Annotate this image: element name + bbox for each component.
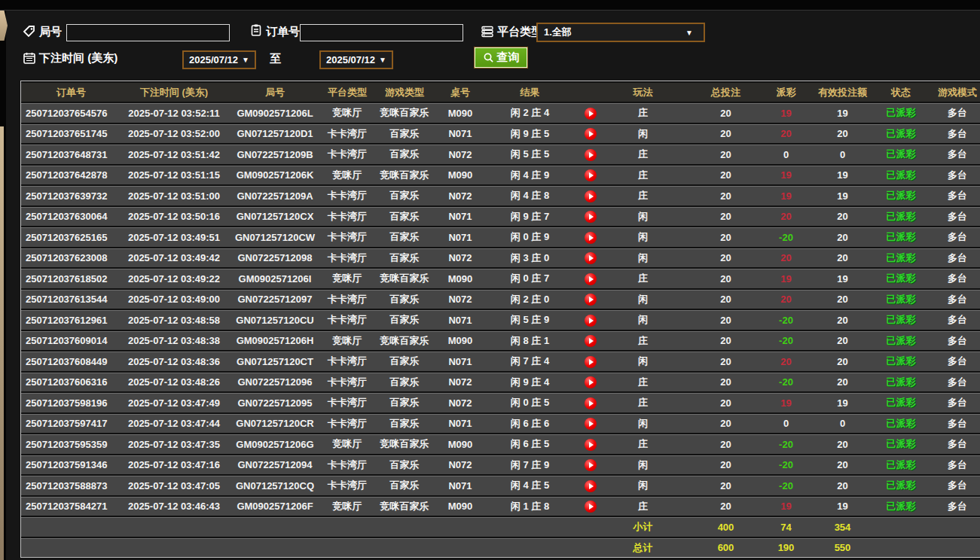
table-no-cell: M090 [438, 103, 483, 123]
table-no-cell: N072 [438, 373, 483, 392]
order-id-cell: 250712037612961 [21, 310, 121, 330]
payout-cell: -20 [769, 227, 803, 247]
table-no-cell: N072 [438, 393, 483, 412]
replay-play-icon[interactable] [585, 252, 597, 264]
payout-cell: 20 [769, 352, 803, 371]
bet-on-cell: 闲 [603, 248, 682, 268]
replay-play-icon[interactable] [585, 356, 597, 368]
subtotal-payout: 74 [769, 517, 803, 537]
valid-bet-cell: 20 [803, 207, 882, 227]
payout-cell: 20 [769, 248, 803, 268]
replay-play-icon[interactable] [585, 480, 597, 492]
replay-play-icon[interactable] [585, 211, 597, 223]
status-cell: 已派彩 [882, 227, 920, 247]
platform-cell: 卡卡湾厅 [323, 373, 371, 392]
payout-cell: -20 [769, 434, 803, 454]
col-header-game-mode: 游戏模式 [920, 83, 980, 102]
order-id-cell: 250712037623008 [21, 248, 121, 268]
total-bet-cell: 20 [682, 290, 769, 309]
bet-on-cell: 闲 [603, 124, 682, 144]
order-id-cell: 250712037618502 [21, 269, 121, 288]
game-mode-cell: 多台 [920, 476, 980, 495]
replay-play-icon[interactable] [585, 501, 597, 513]
date-from-select[interactable]: 2025/07/12 ▼ [182, 50, 256, 69]
replay-play-icon[interactable] [585, 335, 597, 347]
calendar-icon [23, 51, 36, 65]
col-header-payout: 派彩 [769, 83, 803, 102]
order-id-cell: 250712037609014 [21, 331, 121, 351]
valid-bet-cell: 20 [803, 331, 882, 351]
bet-on-cell: 闲 [603, 227, 682, 247]
valid-bet-cell: 19 [803, 103, 882, 123]
table-row: 250712037630064 2025-07-12 03:50:16 GN07… [21, 207, 980, 227]
order-id-cell: 250712037597417 [21, 414, 121, 434]
replay-play-icon[interactable] [585, 190, 597, 202]
valid-bet-cell: 19 [803, 186, 882, 205]
payout-cell: -20 [769, 331, 803, 351]
table-row: 250712037623008 2025-07-12 03:49:42 GN07… [21, 248, 980, 268]
result-cell: 闲 4 庄 5 [483, 476, 577, 495]
order-id-cell: 250712037654576 [21, 103, 121, 123]
valid-bet-cell: 20 [803, 227, 882, 247]
replay-play-icon[interactable] [585, 273, 597, 285]
replay-cell [577, 207, 603, 227]
date-to-select[interactable]: 2025/07/12 ▼ [319, 50, 393, 69]
total-bet-cell: 20 [682, 166, 769, 185]
game-mode-cell: 多台 [920, 434, 980, 454]
game-type-cell: 百家乐 [371, 476, 438, 495]
round-id-cell: GN071257120CW [227, 227, 323, 247]
total-bet-cell: 20 [682, 434, 769, 454]
total-payout: 190 [769, 538, 803, 558]
status-cell: 已派彩 [882, 269, 920, 288]
replay-play-icon[interactable] [585, 459, 597, 471]
game-type-cell: 百家乐 [371, 290, 438, 309]
order-id-input[interactable] [300, 24, 463, 41]
replay-cell [577, 145, 603, 164]
status-cell: 已派彩 [882, 414, 920, 434]
col-header-bet-on: 玩法 [603, 83, 682, 102]
game-mode-cell: 多台 [920, 455, 980, 475]
replay-play-icon[interactable] [585, 397, 597, 409]
game-mode-cell: 多台 [920, 166, 980, 185]
replay-play-icon[interactable] [585, 294, 597, 306]
query-button[interactable]: 查询 [474, 47, 528, 68]
replay-play-icon[interactable] [585, 128, 597, 140]
game-mode-cell: 多台 [920, 145, 980, 164]
round-id-cell: GM0902571206L [227, 103, 323, 123]
result-cell: 闲 0 庄 9 [483, 227, 577, 247]
valid-bet-cell: 20 [803, 352, 882, 371]
result-cell: 闲 5 庄 5 [483, 145, 577, 164]
date-from-value: 2025/07/12 [189, 54, 238, 65]
table-row: 250712037608449 2025-07-12 03:48:36 GN07… [21, 352, 980, 371]
bet-on-cell: 庄 [603, 497, 682, 516]
bet-on-cell: 闲 [603, 207, 682, 227]
bet-time-cell: 2025-07-12 03:48:36 [121, 352, 227, 371]
replay-play-icon[interactable] [585, 418, 597, 430]
replay-play-icon[interactable] [585, 315, 597, 327]
bet-time-cell: 2025-07-12 03:51:15 [121, 166, 227, 185]
game-mode-cell: 多台 [920, 186, 980, 205]
table-row: 250712037625165 2025-07-12 03:49:51 GN07… [21, 227, 980, 247]
table-row: 250712037598196 2025-07-12 03:47:49 GN07… [21, 393, 980, 412]
payout-cell: -20 [769, 373, 803, 392]
round-id-cell: GN0722571209B [227, 145, 323, 164]
platform-type-select[interactable]: 1.全部 ▼ [536, 23, 705, 42]
game-mode-cell: 多台 [920, 497, 980, 516]
bet-time-cell: 2025-07-12 03:47:16 [121, 455, 227, 475]
replay-play-icon[interactable] [585, 439, 597, 451]
replay-play-icon[interactable] [585, 376, 597, 388]
replay-play-icon[interactable] [585, 149, 597, 161]
game-type-cell: 百家乐 [371, 186, 438, 205]
table-row: 250712037618502 2025-07-12 03:49:22 GM09… [21, 269, 980, 288]
replay-play-icon[interactable] [585, 169, 597, 181]
tag-icon [23, 25, 36, 38]
result-cell: 闲 1 庄 8 [483, 497, 577, 516]
result-cell: 闲 9 庄 4 [483, 373, 577, 392]
round-id-input[interactable] [66, 24, 230, 41]
bet-on-cell: 闲 [603, 352, 682, 371]
round-id-cell: GM0902571206K [227, 166, 323, 185]
valid-bet-cell: 20 [803, 310, 882, 330]
replay-play-icon[interactable] [585, 108, 597, 120]
col-header-valid-bet: 有效投注额 [803, 83, 882, 102]
replay-play-icon[interactable] [585, 232, 597, 244]
